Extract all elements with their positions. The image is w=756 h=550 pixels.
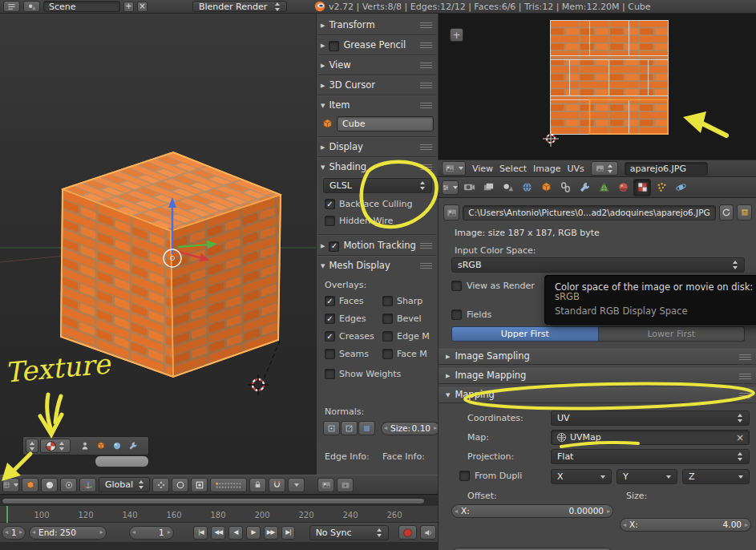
backface-culling-toggle[interactable]: Backface Culling <box>325 199 412 209</box>
lower-first-button[interactable]: Lower First <box>599 326 746 342</box>
add-scene-button[interactable] <box>123 2 134 12</box>
panel-image-mapping[interactable]: Image Mapping <box>439 368 756 384</box>
edges-checkbox[interactable] <box>325 313 335 324</box>
render-opengl-anim-button[interactable] <box>337 478 354 492</box>
particles-tab-icon[interactable] <box>653 179 670 196</box>
seams-checkbox[interactable] <box>325 349 335 359</box>
menu-uvs[interactable]: UVs <box>568 164 584 173</box>
size-x-field[interactable]: X:4.00 <box>620 518 751 532</box>
axis-x-menu[interactable]: X <box>551 469 612 484</box>
edges-toggle[interactable]: Edges <box>325 313 366 324</box>
material-sphere-icon[interactable] <box>110 439 124 453</box>
person-icon[interactable] <box>78 439 92 453</box>
face-marks-checkbox[interactable] <box>382 349 393 359</box>
panel-grip[interactable] <box>739 374 751 380</box>
panel-grip[interactable] <box>420 63 432 69</box>
browse-file-button[interactable] <box>443 204 459 220</box>
scene-name-field[interactable]: Scene <box>43 1 120 12</box>
grease-pencil-checkbox[interactable] <box>329 41 339 51</box>
bevel-checkbox[interactable] <box>382 313 393 324</box>
play-button[interactable] <box>246 526 261 540</box>
edge-marks-toggle[interactable]: Edge M <box>382 331 430 342</box>
panel-grip[interactable] <box>420 144 432 151</box>
snap-button[interactable] <box>269 478 285 492</box>
modifiers-tab-icon[interactable] <box>576 179 593 196</box>
world-tab-icon[interactable] <box>518 179 536 196</box>
axis-z-menu[interactable]: Z <box>682 469 750 484</box>
timeline-ruler[interactable]: 100 120 140 160 180 200 220 240 260 <box>0 506 438 523</box>
play-reverse-button[interactable] <box>228 526 243 540</box>
fields-toggle[interactable]: Fields <box>451 309 491 320</box>
clear-map-button[interactable] <box>736 433 744 443</box>
image-name-field[interactable]: aparejo6.JPG <box>625 162 708 176</box>
scene-tab-icon[interactable] <box>499 179 516 196</box>
hidden-wire-checkbox[interactable] <box>325 216 335 226</box>
sync-mode-menu[interactable]: No Sync <box>309 525 390 540</box>
panel-grip[interactable] <box>739 393 751 399</box>
cursor-3d[interactable] <box>248 374 269 395</box>
object-tab-icon[interactable] <box>537 179 555 196</box>
scale-manipulator-button[interactable] <box>191 478 208 492</box>
render-opengl-still-button[interactable] <box>317 478 334 492</box>
uv-map-field[interactable]: UVMap <box>551 430 750 445</box>
view-as-render-checkbox[interactable] <box>451 281 462 291</box>
fields-checkbox[interactable] <box>451 309 462 320</box>
shading-mode-menu[interactable]: GLSL <box>323 178 432 193</box>
viewport-canvas[interactable] <box>0 14 316 475</box>
object-name-field[interactable]: Cube <box>337 116 434 131</box>
panel-grip[interactable] <box>420 83 432 89</box>
browse-texture-button[interactable] <box>26 439 38 453</box>
from-dupli-checkbox[interactable] <box>459 471 470 481</box>
sharp-checkbox[interactable] <box>382 296 393 306</box>
projection-menu[interactable]: Flat <box>551 449 750 464</box>
mode-button[interactable] <box>22 478 38 492</box>
editor-type-button[interactable] <box>3 1 20 12</box>
motion-tracking-checkbox[interactable] <box>329 241 339 252</box>
panel-grip[interactable] <box>420 22 432 29</box>
uv-canvas[interactable] <box>439 14 756 160</box>
pivot-point-button[interactable] <box>60 478 77 492</box>
normals-size-field[interactable]: Size:0.10 <box>381 422 438 435</box>
material-tab-icon[interactable] <box>614 179 632 196</box>
data-tab-icon[interactable] <box>595 179 612 196</box>
rotate-manipulator-button[interactable] <box>172 478 188 492</box>
wrench-icon[interactable] <box>126 439 140 453</box>
offset-x-field[interactable]: X:0.00000 <box>451 504 613 518</box>
start-frame-field[interactable]: 1 <box>2 526 26 540</box>
layers-grid[interactable] <box>210 478 247 492</box>
texture-tab-icon[interactable] <box>633 179 651 196</box>
pack-image-button[interactable] <box>737 204 752 220</box>
mini-toolbar-scrollbar[interactable] <box>95 455 149 467</box>
coordinates-menu[interactable]: UV <box>551 410 750 426</box>
panel-grip[interactable] <box>420 243 432 249</box>
seams-toggle[interactable]: Seams <box>325 349 369 359</box>
panel-image-sampling[interactable]: Image Sampling <box>439 349 756 365</box>
transform-orientation-menu[interactable]: Global <box>99 477 150 492</box>
editor-type-button-3d[interactable] <box>2 478 19 492</box>
edge-marks-checkbox[interactable] <box>382 331 393 342</box>
object-cube-icon[interactable] <box>94 439 108 453</box>
from-dupli-toggle[interactable]: From Dupli <box>459 471 522 481</box>
jump-to-end-button[interactable] <box>281 526 296 540</box>
panel-3d-cursor[interactable]: 3D Cursor <box>321 79 434 93</box>
snap-element-menu[interactable] <box>288 478 305 492</box>
render-tab-icon[interactable] <box>460 179 478 196</box>
texture-datablock-button[interactable] <box>40 439 71 453</box>
panel-shading[interactable]: Shading <box>321 160 434 175</box>
hidden-wire-toggle[interactable]: Hidden Wire <box>325 216 393 226</box>
menu-view[interactable]: View <box>472 164 493 173</box>
face-normals-button[interactable] <box>358 421 375 435</box>
next-keyframe-button[interactable] <box>264 526 278 540</box>
panel-grip[interactable] <box>739 354 751 361</box>
view-as-render-toggle[interactable]: View as Render <box>451 281 535 291</box>
panel-item[interactable]: Item <box>321 99 434 113</box>
image-path-field[interactable]: C:\Users\Antonio\Pictures\0...ad2\adoqui… <box>463 205 715 220</box>
menu-image[interactable]: Image <box>533 164 560 173</box>
panel-grease-pencil[interactable]: Grease Pencil <box>321 38 434 53</box>
color-space-menu[interactable]: sRGB <box>451 257 745 273</box>
panel-view[interactable]: View <box>321 59 434 73</box>
constraints-tab-icon[interactable] <box>556 179 574 196</box>
lock-to-scene-button[interactable] <box>249 478 266 492</box>
physics-tab-icon[interactable] <box>672 179 689 196</box>
menu-select[interactable]: Select <box>499 164 527 173</box>
